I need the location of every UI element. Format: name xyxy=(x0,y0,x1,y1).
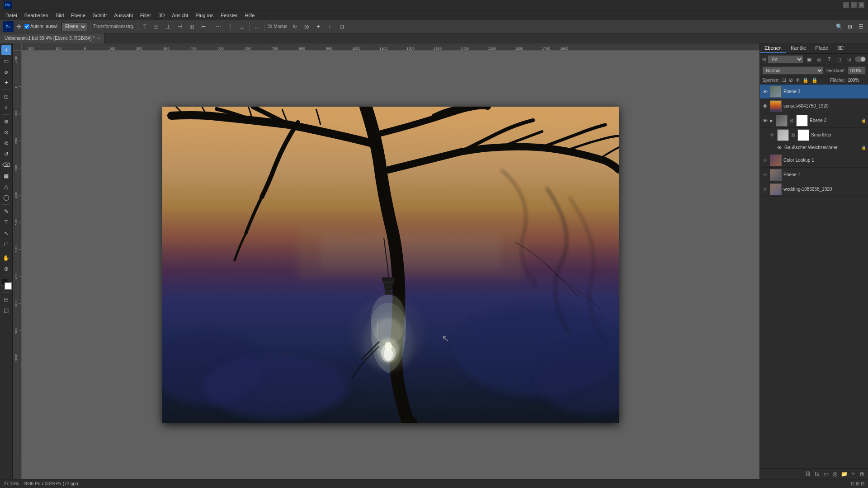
search-btn[interactable]: 🔍 xyxy=(835,22,844,31)
rect-select-tool-btn[interactable]: ▭ xyxy=(1,56,11,66)
ebene-dropdown[interactable]: Ebene xyxy=(61,22,87,31)
layer-item-color-lookup[interactable]: 👁 Color Lookup 1 xyxy=(760,153,868,168)
new-layer-btn[interactable]: + xyxy=(849,470,857,478)
filter-shape-btn[interactable]: ◻ xyxy=(835,55,843,63)
filter-smart-btn[interactable]: ⊡ xyxy=(845,55,853,63)
maximize-button[interactable]: □ xyxy=(851,2,857,8)
brush-tool-btn[interactable]: ⊘ xyxy=(1,127,11,137)
arrange-btn[interactable]: ⊞ xyxy=(845,22,854,31)
menu-ebene[interactable]: Ebene xyxy=(67,12,89,19)
layer-visibility-ebene3[interactable]: 👁 xyxy=(762,89,768,95)
lock-artboard-btn[interactable]: ✛ xyxy=(796,77,800,83)
filter-adj-btn[interactable]: ◎ xyxy=(815,55,823,63)
menu-hilfe[interactable]: Hilfe xyxy=(241,12,258,19)
more-options-btn[interactable]: ... xyxy=(252,22,261,31)
adjustment-btn[interactable]: ◎ xyxy=(831,470,839,478)
pen-tool-btn[interactable]: ✎ xyxy=(1,206,11,216)
clone-stamp-tool-btn[interactable]: ⊚ xyxy=(1,138,11,148)
paths-tab[interactable]: Pfade xyxy=(811,43,833,53)
shape-tool-btn[interactable]: ◻ xyxy=(1,239,11,249)
layer-item-sunset[interactable]: 👁 sunset-6041750_1920 xyxy=(760,99,868,113)
3d-pan-btn[interactable]: ✦ xyxy=(314,22,323,31)
screen-mode-btn[interactable]: ◫ xyxy=(1,305,11,315)
history-brush-tool-btn[interactable]: ↺ xyxy=(1,149,11,159)
align-hcenter-btn[interactable]: ⊞ xyxy=(187,22,196,31)
color-boxes[interactable] xyxy=(1,279,12,290)
align-right-btn[interactable]: ⊢ xyxy=(199,22,208,31)
layer-item-smartfilter[interactable]: 👁 ⛓ Smartfilter xyxy=(760,128,868,142)
filter-pixel-btn[interactable]: ▣ xyxy=(805,55,813,63)
gradient-tool-btn[interactable]: ▦ xyxy=(1,171,11,181)
3d-tab[interactable]: 3D xyxy=(833,43,848,53)
layer-visibility-color-lookup[interactable]: 👁 xyxy=(762,157,768,164)
eyedropper-tool-btn[interactable]: ⌗ xyxy=(1,103,11,113)
layer-item-gaussian[interactable]: 👁 Gaußscher Weichzeichner 🔒 xyxy=(760,142,868,153)
opacity-input[interactable] xyxy=(848,66,866,75)
layer-item-wedding[interactable]: 👁 wedding-1083258_1920 xyxy=(760,182,868,197)
delete-layer-btn[interactable]: 🗑 xyxy=(858,470,866,478)
layer-visibility-wedding[interactable]: 👁 xyxy=(762,186,768,192)
menu-ansicht[interactable]: Ansicht xyxy=(168,12,192,19)
spot-heal-tool-btn[interactable]: ⊕ xyxy=(1,117,11,127)
layer-mask-btn[interactable]: ▭ xyxy=(822,470,830,478)
document-tab[interactable]: Unbenannt-1 bei 39,4% (Ebene 3, RGB/8#) … xyxy=(0,33,105,43)
align-top-btn[interactable]: ⊤ xyxy=(140,22,149,31)
move-tool-btn[interactable]: ✛ xyxy=(1,45,11,55)
link-layers-btn[interactable]: ⛓ xyxy=(804,470,812,478)
blur-tool-btn[interactable]: △ xyxy=(1,182,11,192)
layer-item-ebene1[interactable]: 👁 Ebene 1 xyxy=(760,168,868,182)
canvas-scroll[interactable]: ↖ xyxy=(22,51,760,479)
background-color[interactable] xyxy=(5,282,12,290)
menu-datei[interactable]: Datei xyxy=(2,12,21,19)
autom-checkbox[interactable] xyxy=(24,24,29,29)
menu-fenster[interactable]: Fenster xyxy=(217,12,241,19)
window-controls[interactable]: ─ □ ✕ xyxy=(843,2,864,8)
zoom-tool-btn[interactable]: ⊕ xyxy=(1,264,11,274)
lock-pixel-btn[interactable]: ⊡ xyxy=(782,77,786,83)
menu-filter[interactable]: Filter xyxy=(137,12,155,19)
layer-visibility-sunset[interactable]: 👁 xyxy=(762,103,768,109)
distribute-top-btn[interactable]: ⋯ xyxy=(214,22,223,31)
layer-item-ebene3[interactable]: 👁 Ebene 3 xyxy=(760,84,868,99)
menu-bearbeiten[interactable]: Bearbeiten xyxy=(21,12,52,19)
type-tool-btn[interactable]: T xyxy=(1,217,11,227)
layer-type-filter[interactable]: Art xyxy=(768,55,803,63)
align-bottom-btn[interactable]: ⊥ xyxy=(164,22,173,31)
hand-tool-btn[interactable]: ✋ xyxy=(1,253,11,263)
magic-wand-tool-btn[interactable]: ✦ xyxy=(1,78,11,88)
3d-roll-btn[interactable]: ◎ xyxy=(302,22,311,31)
dodge-tool-btn[interactable]: ◯ xyxy=(1,192,11,202)
layer-item-ebene2[interactable]: 👁 ▶ ⛓ Ebene 2 🔒 xyxy=(760,113,868,128)
filter-toggle[interactable] xyxy=(855,56,866,62)
layer-visibility-ebene1[interactable]: 👁 xyxy=(762,172,768,178)
blend-mode-select[interactable]: Normal xyxy=(762,66,824,75)
layer-visibility-gaussian[interactable]: 👁 xyxy=(776,145,783,151)
layer-style-btn[interactable]: fx xyxy=(813,470,821,478)
menu-plugins[interactable]: Plug-ins xyxy=(192,12,217,19)
crop-tool-btn[interactable]: ⊡ xyxy=(1,92,11,102)
ebene2-expand-btn[interactable]: ▶ xyxy=(770,118,773,123)
minimize-button[interactable]: ─ xyxy=(843,2,849,8)
layers-tab[interactable]: Ebenen xyxy=(760,43,786,53)
eraser-tool-btn[interactable]: ⌫ xyxy=(1,160,11,170)
lock-position-btn[interactable]: 🔒 xyxy=(802,77,809,83)
menu-schrift[interactable]: Schrift xyxy=(89,12,110,19)
align-left-btn[interactable]: ⊣ xyxy=(175,22,184,31)
quick-mask-btn[interactable]: ⊟ xyxy=(1,295,11,305)
lock-all-btn[interactable]: 🔒 xyxy=(811,77,818,83)
lasso-tool-btn[interactable]: ⌀ xyxy=(1,67,11,77)
align-vcenter-btn[interactable]: ⊟ xyxy=(152,22,161,31)
menu-3d[interactable]: 3D xyxy=(155,12,168,19)
3d-rotate-btn[interactable]: ↻ xyxy=(290,22,299,31)
workspace-btn[interactable]: ☰ xyxy=(856,22,865,31)
menu-bild[interactable]: Bild xyxy=(52,12,67,19)
close-button[interactable]: ✕ xyxy=(859,2,864,8)
channels-tab[interactable]: Kanäle xyxy=(786,43,811,53)
layer-visibility-smartfilter[interactable]: 👁 xyxy=(769,132,775,138)
menu-auswahl[interactable]: Auswahl xyxy=(110,12,137,19)
group-btn[interactable]: 📁 xyxy=(840,470,848,478)
distribute-center-btn[interactable]: ⋮ xyxy=(226,22,235,31)
distribute-bottom-btn[interactable]: ⊥ xyxy=(237,22,246,31)
tab-close-btn[interactable]: × xyxy=(98,36,100,41)
path-select-tool-btn[interactable]: ↖ xyxy=(1,228,11,238)
